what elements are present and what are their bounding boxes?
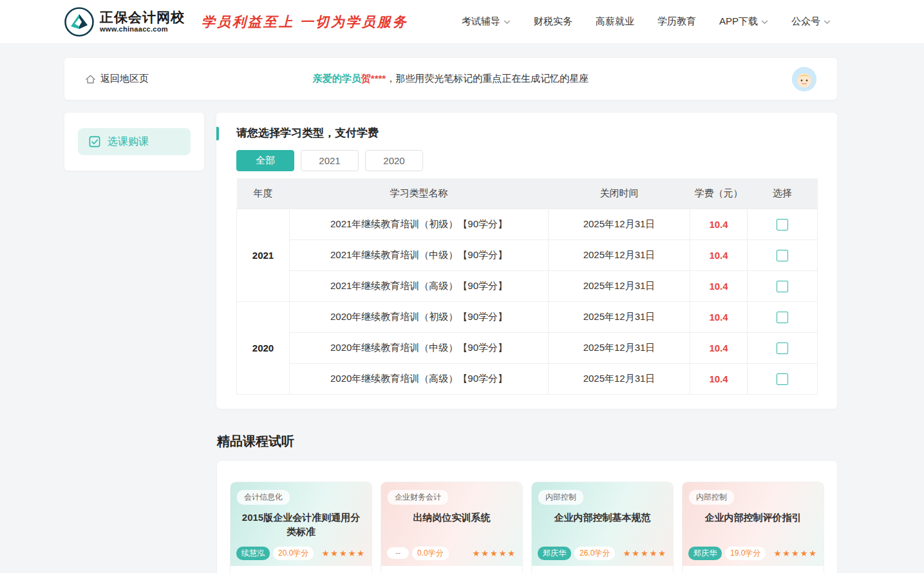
chevron-down-icon bbox=[504, 20, 511, 24]
table-header-row: 年度学习类型名称关闭时间学费（元）选择 bbox=[237, 178, 818, 209]
chevron-down-icon bbox=[761, 20, 768, 24]
course-row: 20212021年继续教育培训（初级）【90学分】2025年12月31日10.4 bbox=[237, 209, 818, 240]
course-meta: 郑庆华26.0学分★★★★★ bbox=[538, 547, 667, 560]
course-title: 出纳岗位实训系统 bbox=[388, 511, 516, 525]
instructor-badge: -- bbox=[387, 547, 409, 559]
year-cell: 2021 bbox=[237, 209, 290, 301]
course-card-footer bbox=[532, 566, 673, 573]
user-avatar[interactable] bbox=[792, 67, 816, 91]
title-accent-bar bbox=[216, 127, 219, 140]
course-row: 2021年继续教育培训（中级）【90学分】2025年12月31日10.4 bbox=[237, 240, 818, 270]
course-card: 会计信息化2015版企业会计准则通用分类标准续慧泓20.0学分★★★★★ bbox=[231, 482, 372, 573]
course-name-cell: 2021年继续教育培训（中级）【90学分】 bbox=[290, 240, 549, 270]
sidebar-item-course-purchase[interactable]: 选课购课 bbox=[78, 128, 191, 155]
back-link-label: 返回地区页 bbox=[100, 73, 149, 85]
notice-bar: 返回地区页 亲爱的学员贺****，那些用荧光笔标记的重点正在生成记忆的星座 bbox=[64, 58, 837, 100]
select-cell bbox=[748, 209, 818, 240]
featured-section-title: 精品课程试听 bbox=[217, 433, 924, 450]
nav-item-5[interactable]: APP下载 bbox=[719, 15, 768, 28]
course-title: 企业内部控制评价指引 bbox=[689, 511, 817, 525]
panel-title: 请您选择学习类型，支付学费 bbox=[236, 126, 818, 140]
course-category-tag: 内部控制 bbox=[538, 490, 583, 505]
price-cell: 10.4 bbox=[690, 240, 748, 270]
nav-item-4[interactable]: 学历教育 bbox=[657, 15, 696, 28]
course-name-cell: 2021年继续教育培训（高级）【90学分】 bbox=[290, 270, 549, 301]
price-cell: 10.4 bbox=[690, 363, 748, 394]
instructor-badge: 郑庆华 bbox=[688, 547, 722, 560]
nav-item-label: 考试辅导 bbox=[462, 15, 500, 28]
nav-item-label: 公众号 bbox=[791, 15, 820, 28]
row-select-checkbox[interactable] bbox=[777, 281, 788, 292]
back-to-region-link[interactable]: 返回地区页 bbox=[85, 73, 149, 85]
filter-tabs: 全部20212020 bbox=[236, 150, 818, 171]
course-meta: --0.0学分★★★★★ bbox=[387, 547, 516, 560]
course-cards: 会计信息化2015版企业会计准则通用分类标准续慧泓20.0学分★★★★★企业财务… bbox=[231, 482, 824, 573]
nav-item-1[interactable]: 考试辅导 bbox=[462, 15, 511, 28]
credits-badge: 19.0学分 bbox=[725, 547, 766, 560]
filter-tab-all[interactable]: 全部 bbox=[236, 150, 294, 171]
course-table: 年度学习类型名称关闭时间学费（元）选择 20212021年继续教育培训（初级）【… bbox=[236, 178, 818, 395]
column-header: 学费（元） bbox=[690, 178, 748, 209]
course-row: 2021年继续教育培训（高级）【90学分】2025年12月31日10.4 bbox=[237, 270, 818, 301]
check-square-icon bbox=[89, 136, 100, 147]
sidebar-item-label: 选课购课 bbox=[108, 135, 149, 149]
greeting-text: 亲爱的学员贺****，那些用荧光笔标记的重点正在生成记忆的星座 bbox=[313, 73, 589, 85]
course-meta: 郑庆华19.0学分★★★★★ bbox=[688, 547, 818, 560]
column-header: 年度 bbox=[237, 178, 290, 209]
nav-item-2[interactable]: 财税实务 bbox=[534, 15, 572, 28]
brand-logo[interactable]: 正保会计网校 www.chinaacc.com bbox=[64, 7, 185, 37]
row-select-checkbox[interactable] bbox=[777, 250, 788, 261]
price-cell: 10.4 bbox=[690, 209, 748, 240]
table-body: 20212021年继续教育培训（初级）【90学分】2025年12月31日10.4… bbox=[237, 209, 818, 394]
column-header: 关闭时间 bbox=[549, 178, 690, 209]
price-cell: 10.4 bbox=[690, 301, 748, 332]
chevron-down-icon bbox=[824, 20, 831, 24]
featured-courses-panel: 会计信息化2015版企业会计准则通用分类标准续慧泓20.0学分★★★★★企业财务… bbox=[217, 461, 837, 573]
course-category-tag: 内部控制 bbox=[689, 490, 734, 505]
course-card-banner: 内部控制企业内部控制评价指引郑庆华19.0学分★★★★★ bbox=[683, 482, 824, 566]
course-card-footer bbox=[381, 566, 522, 573]
select-cell bbox=[748, 363, 818, 394]
course-card-banner: 企业财务会计出纳岗位实训系统--0.0学分★★★★★ bbox=[381, 482, 522, 566]
row-select-checkbox[interactable] bbox=[777, 312, 788, 323]
brand-slogan: 学员利益至上 一切为学员服务 bbox=[202, 13, 408, 31]
select-cell bbox=[748, 332, 818, 363]
course-card: 内部控制企业内部控制评价指引郑庆华19.0学分★★★★★ bbox=[683, 482, 824, 573]
credits-badge: 26.0学分 bbox=[574, 547, 615, 560]
course-name-cell: 2020年继续教育培训（初级）【90学分】 bbox=[290, 301, 549, 332]
course-meta: 续慧泓20.0学分★★★★★ bbox=[236, 547, 366, 560]
brand-name: 正保会计网校 bbox=[100, 10, 185, 25]
course-title: 企业内部控制基本规范 bbox=[538, 511, 666, 525]
close-date-cell: 2025年12月31日 bbox=[549, 270, 690, 301]
nav-item-label: 高薪就业 bbox=[596, 15, 634, 28]
instructor-badge: 续慧泓 bbox=[236, 547, 270, 560]
row-select-checkbox[interactable] bbox=[777, 343, 788, 354]
filter-tab-2020[interactable]: 2020 bbox=[365, 150, 423, 171]
instructor-badge: 郑庆华 bbox=[538, 547, 571, 560]
price-cell: 10.4 bbox=[690, 332, 748, 363]
nav-item-3[interactable]: 高薪就业 bbox=[596, 15, 634, 28]
greeting-prefix: 亲爱的学员 bbox=[313, 73, 361, 84]
course-card-footer bbox=[231, 566, 372, 573]
course-card: 内部控制企业内部控制基本规范郑庆华26.0学分★★★★★ bbox=[532, 482, 673, 573]
brand-logo-icon bbox=[64, 7, 94, 37]
year-cell: 2020 bbox=[237, 301, 290, 394]
star-rating: ★★★★★ bbox=[473, 549, 516, 558]
close-date-cell: 2025年12月31日 bbox=[549, 240, 690, 270]
nav-item-6[interactable]: 公众号 bbox=[791, 15, 831, 28]
course-row: 20202020年继续教育培训（初级）【90学分】2025年12月31日10.4 bbox=[237, 301, 818, 332]
course-card-banner: 内部控制企业内部控制基本规范郑庆华26.0学分★★★★★ bbox=[532, 482, 673, 566]
close-date-cell: 2025年12月31日 bbox=[549, 301, 690, 332]
star-rating: ★★★★★ bbox=[774, 549, 818, 558]
close-date-cell: 2025年12月31日 bbox=[549, 209, 690, 240]
row-select-checkbox[interactable] bbox=[777, 219, 788, 230]
price-cell: 10.4 bbox=[690, 270, 748, 301]
course-row: 2020年继续教育培训（中级）【90学分】2025年12月31日10.4 bbox=[237, 332, 818, 363]
course-row: 2020年继续教育培训（高级）【90学分】2025年12月31日10.4 bbox=[237, 363, 818, 394]
filter-tab-2021[interactable]: 2021 bbox=[301, 150, 359, 171]
column-header: 选择 bbox=[748, 178, 818, 209]
main-nav: 考试辅导财税实务高薪就业学历教育APP下载公众号 bbox=[462, 15, 831, 28]
row-select-checkbox[interactable] bbox=[777, 373, 788, 385]
course-card: 企业财务会计出纳岗位实训系统--0.0学分★★★★★ bbox=[381, 482, 522, 573]
course-name-cell: 2020年继续教育培训（中级）【90学分】 bbox=[290, 332, 549, 363]
